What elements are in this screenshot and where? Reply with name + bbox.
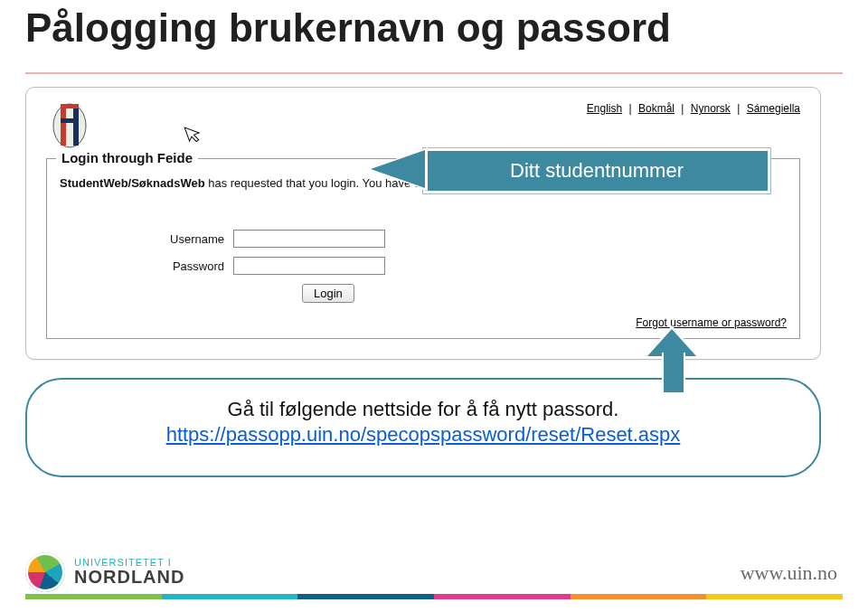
username-input[interactable] <box>233 230 385 248</box>
up-arrow-icon <box>647 333 696 392</box>
separator: | <box>681 102 684 115</box>
svg-rect-3 <box>61 118 79 123</box>
lang-nynorsk[interactable]: Nynorsk <box>691 102 731 115</box>
login-heading: Login through Feide <box>56 150 198 165</box>
separator: | <box>737 102 740 115</box>
slide-title: Pålogging brukernavn og passord <box>25 5 671 51</box>
footer-url: www.uin.no <box>741 561 837 585</box>
footer-stripe <box>25 594 843 599</box>
login-button[interactable]: Login <box>302 284 354 303</box>
password-label: Password <box>60 259 233 273</box>
university-logo: UNIVERSITETET I NORDLAND <box>25 552 184 592</box>
stripe-segment <box>162 594 298 599</box>
svg-point-0 <box>53 104 86 147</box>
username-label: Username <box>60 232 233 246</box>
password-reset-tip: Gå til følgende nettside for å få nytt p… <box>25 378 821 477</box>
password-reset-link[interactable]: https://passopp.uin.no/specopspassword/r… <box>166 423 681 446</box>
lang-english[interactable]: English <box>587 102 622 115</box>
password-row: Password <box>60 257 385 275</box>
university-name: UNIVERSITETET I NORDLAND <box>74 558 184 588</box>
feide-screenshot: English | Bokmål | Nynorsk | Sámegiella … <box>25 87 821 360</box>
svg-rect-2 <box>73 104 79 146</box>
stripe-segment <box>706 594 843 599</box>
password-input[interactable] <box>233 257 385 275</box>
stripe-segment <box>297 594 434 599</box>
svg-rect-1 <box>61 104 66 146</box>
language-links: English | Bokmål | Nynorsk | Sámegiella <box>587 102 800 115</box>
lang-samegiella[interactable]: Sámegiella <box>747 102 800 115</box>
svg-rect-4 <box>61 104 79 108</box>
service-name: StudentWeb/SøknadsWeb <box>60 176 205 190</box>
stripe-segment <box>571 594 707 599</box>
stripe-segment <box>25 594 162 599</box>
feide-logo <box>46 99 93 151</box>
stripe-segment <box>434 594 571 599</box>
mouse-cursor-icon <box>184 122 205 150</box>
lang-bokmal[interactable]: Bokmål <box>638 102 675 115</box>
login-button-wrap: Login <box>302 284 354 303</box>
username-row: Username <box>60 230 385 248</box>
tip-text: Gå til følgende nettside for å få nytt p… <box>63 398 783 421</box>
separator: | <box>629 102 632 115</box>
university-name-big: NORDLAND <box>74 568 184 587</box>
university-mark-icon <box>25 552 65 592</box>
title-rule <box>25 72 843 74</box>
student-number-callout: Ditt studentnummer <box>423 148 770 193</box>
